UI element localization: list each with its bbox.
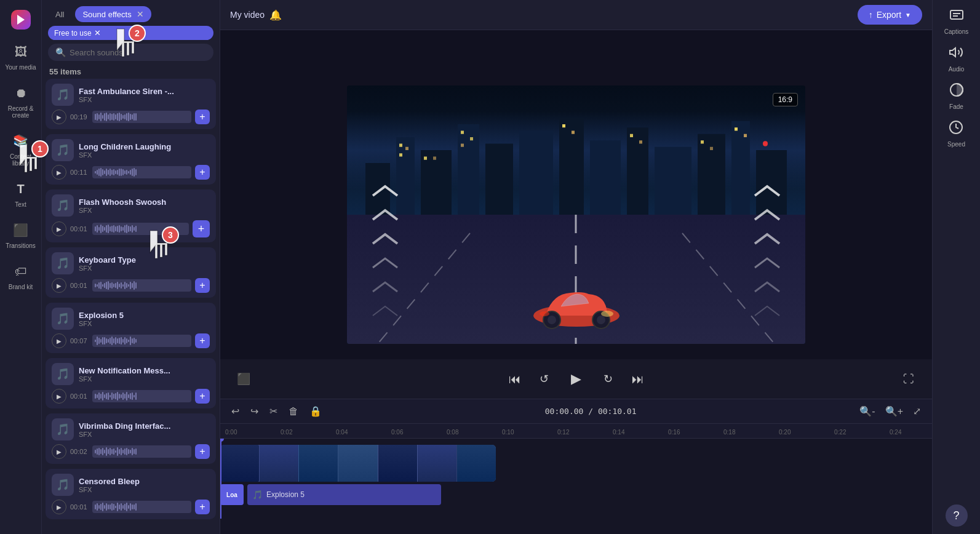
duration: 00:07 — [70, 337, 89, 345]
sound-name: Long Children Laughing — [79, 142, 177, 151]
sidebar-item-label: Record & create — [5, 105, 37, 119]
audio-clip-main[interactable]: 🎵 Explosion 5 — [247, 484, 441, 505]
add-to-timeline-button[interactable]: + — [195, 165, 210, 180]
svg-point-38 — [597, 316, 605, 324]
speed-panel-item[interactable]: Speed — [947, 120, 965, 148]
video-clip[interactable] — [220, 445, 496, 482]
sound-panel: All Sound effects ✕ Free to use ✕ 🔍 55 i… — [42, 0, 220, 534]
remove-filter-icon[interactable]: ✕ — [94, 28, 101, 38]
sidebar-item-content-lib[interactable]: 📚 Content library — [2, 126, 39, 172]
timeline-tracks: Loa 🎵 Explosion 5 — [220, 439, 932, 519]
forward-button[interactable]: ↻ — [597, 368, 619, 390]
sidebar: 🖼 Your media ⏺ Record & create 📚 Content… — [0, 0, 42, 534]
screen-icon-button[interactable]: ⬛ — [233, 368, 255, 390]
svg-rect-17 — [424, 156, 427, 159]
svg-point-36 — [548, 316, 556, 324]
fullscreen-button[interactable]: ⛶ — [898, 368, 920, 390]
waveform — [92, 335, 191, 347]
play-button[interactable]: ▶ — [52, 500, 66, 514]
play-button[interactable]: ▶ — [52, 278, 66, 293]
add-to-timeline-button[interactable]: + — [195, 278, 210, 293]
video-controls: ⬛ ⏮ ↺ ▶ ↻ ⏭ ⛶ — [220, 359, 932, 399]
sidebar-item-text[interactable]: T Text — [2, 174, 39, 213]
tab-all[interactable]: All — [48, 7, 71, 22]
project-title: My video 🔔 — [230, 9, 282, 21]
undo-button[interactable]: ↩ — [228, 403, 243, 420]
sound-thumb: 🎵 — [52, 363, 74, 385]
play-button[interactable]: ▶ — [52, 165, 66, 180]
svg-rect-25 — [639, 140, 642, 143]
time-display: 00:00.00 / 00:10.01 — [545, 407, 637, 416]
rewind-button[interactable]: ↺ — [533, 368, 556, 390]
sidebar-item-transitions[interactable]: ⬛ Transitions — [2, 215, 39, 254]
sidebar-item-label: Your media — [5, 64, 36, 71]
play-button[interactable]: ▶ — [52, 389, 66, 404]
sidebar-item-record[interactable]: ⏺ Record & create — [2, 78, 39, 124]
svg-rect-27 — [710, 146, 713, 149]
close-tab-icon[interactable]: ✕ — [137, 9, 144, 19]
export-button[interactable]: ↑ Export ▼ — [858, 5, 922, 25]
add-to-timeline-button[interactable]: + — [195, 500, 210, 514]
sound-name: Fast Ambulance Siren -... — [79, 87, 177, 96]
tab-sound-effects[interactable]: Sound effects ✕ — [75, 6, 151, 22]
zoom-in-button[interactable]: 🔍+ — [882, 404, 907, 418]
redo-button[interactable]: ↪ — [247, 403, 262, 420]
audio-track: Loa 🎵 Explosion 5 — [220, 484, 932, 505]
filter-free-chip[interactable]: Free to use ✕ — [48, 26, 213, 40]
sidebar-item-label: Transitions — [6, 242, 36, 249]
fade-panel-item[interactable]: Fade — [949, 82, 964, 110]
search-input[interactable] — [70, 48, 206, 57]
transitions-icon: ⬛ — [11, 220, 31, 240]
sound-item: 🎵 New Notification Mess... SFX ▶ 00:01 + — [46, 358, 216, 408]
svg-rect-14 — [399, 143, 402, 146]
waveform — [92, 445, 191, 458]
delete-button[interactable]: 🗑 — [285, 404, 302, 420]
sound-item: 🎵 Keyboard Type SFX ▶ 00:01 + — [46, 247, 216, 298]
svg-rect-41 — [950, 10, 963, 19]
add-to-timeline-button[interactable]: + — [195, 110, 210, 124]
sound-name: New Notification Mess... — [79, 366, 177, 375]
sidebar-item-your-media[interactable]: 🖼 Your media — [2, 37, 39, 76]
sound-type: SFX — [79, 265, 210, 272]
skip-back-button[interactable]: ⏮ — [504, 368, 526, 390]
svg-rect-15 — [399, 153, 402, 156]
play-button[interactable]: ▶ — [52, 333, 66, 348]
add-to-timeline-button[interactable]: + — [193, 220, 210, 237]
help-button[interactable]: ? — [946, 504, 968, 527]
sound-name: Flash Whoosh Swoosh — [79, 197, 177, 207]
add-to-timeline-button[interactable]: + — [195, 333, 210, 348]
svg-rect-22 — [562, 124, 565, 127]
svg-rect-4 — [458, 124, 479, 228]
sound-thumb: 🎵 — [52, 308, 74, 330]
app-logo[interactable] — [2, 5, 39, 34]
aspect-ratio-badge: 16:9 — [773, 93, 798, 106]
captions-panel-item[interactable]: Captions — [944, 7, 968, 35]
sound-name: Vibrimba Ding Interfac... — [79, 421, 177, 431]
waveform — [92, 501, 191, 513]
play-button[interactable]: ▶ — [52, 110, 66, 124]
sound-thumb: 🎵 — [52, 474, 74, 496]
audio-clip-lo[interactable]: Loa — [220, 484, 244, 505]
svg-rect-7 — [559, 118, 584, 228]
skip-forward-button[interactable]: ⏭ — [627, 368, 649, 390]
content-lib-icon: 📚 — [11, 131, 31, 151]
duration: 00:01 — [70, 225, 89, 233]
zoom-out-button[interactable]: 🔍- — [856, 404, 878, 418]
export-dropdown-icon: ▼ — [905, 12, 911, 18]
expand-button[interactable]: ⤢ — [909, 403, 925, 420]
play-button[interactable]: ▶ — [52, 444, 66, 459]
sound-thumb: 🎵 — [52, 252, 74, 274]
export-icon: ↑ — [869, 10, 873, 20]
sound-thumb: 🎵 — [52, 194, 74, 217]
waveform — [92, 223, 189, 235]
sidebar-item-brand-kit[interactable]: 🏷 Brand kit — [2, 257, 39, 295]
search-bar: 🔍 — [48, 44, 213, 61]
lock-button[interactable]: 🔒 — [306, 403, 325, 420]
play-pause-button[interactable]: ▶ — [563, 365, 590, 393]
play-button[interactable]: ▶ — [52, 221, 66, 236]
main-area: My video 🔔 ↑ Export ▼ — [220, 0, 932, 534]
add-to-timeline-button[interactable]: + — [195, 389, 210, 404]
add-to-timeline-button[interactable]: + — [195, 444, 210, 459]
audio-panel-item[interactable]: Audio — [949, 45, 965, 73]
cut-button[interactable]: ✂ — [266, 403, 281, 420]
